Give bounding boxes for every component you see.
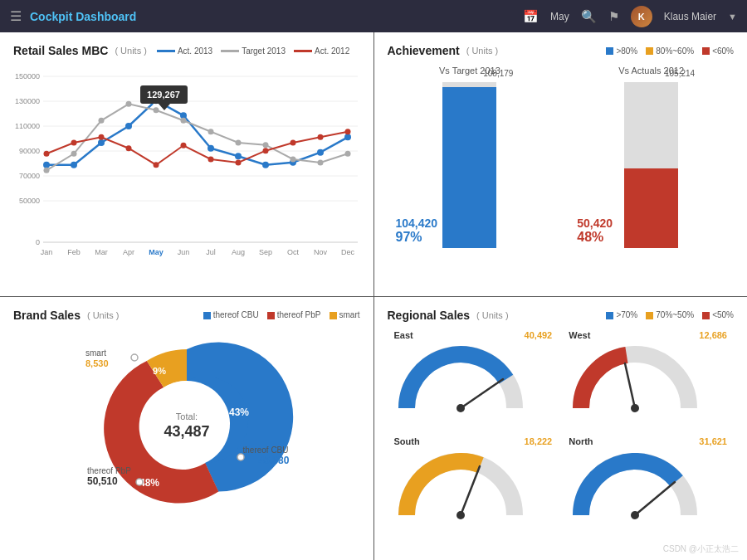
ach-target-actual-val: 104,420 bbox=[396, 217, 438, 230]
label-smart-name: smart bbox=[85, 348, 106, 358]
achievement-header: Achievement ( Units ) >80% 80%~60% <60% bbox=[388, 44, 735, 57]
legend-act2013: Act. 2013 bbox=[157, 46, 212, 56]
dot-act2013-dec bbox=[344, 134, 351, 140]
svg-text:Sep: Sep bbox=[259, 248, 272, 256]
gauge-west-val: 12,686 bbox=[699, 330, 727, 340]
gauge-south-header: South 18,222 bbox=[394, 436, 553, 446]
svg-text:Apr: Apr bbox=[123, 248, 134, 256]
gauge-east-header: East 40,492 bbox=[394, 330, 553, 340]
chevron-down-icon[interactable]: ▼ bbox=[728, 12, 737, 22]
avatar: K bbox=[631, 6, 652, 27]
retail-sales-header: Retail Sales MBC ( Units ) Act. 2013 Tar… bbox=[13, 44, 360, 57]
gauge-needle-east bbox=[461, 379, 503, 408]
dot-target-oct bbox=[290, 157, 296, 163]
brand-legend: thereof CBU thereof PbP smart bbox=[203, 310, 360, 319]
gauges-grid: East 40,492 bbox=[388, 327, 735, 538]
svg-text:110000: 110000 bbox=[15, 122, 40, 130]
dot-2012-jan bbox=[44, 151, 50, 157]
dot-2012-apr bbox=[126, 145, 132, 151]
dot-2012-jun bbox=[181, 143, 187, 149]
svg-text:May: May bbox=[149, 248, 164, 256]
donut-total-label: Total: bbox=[176, 411, 198, 421]
gauge-needle-west bbox=[625, 363, 635, 408]
dashboard-grid: Retail Sales MBC ( Units ) Act. 2013 Tar… bbox=[0, 32, 747, 560]
ach-target-subtitle: Vs Target 2013 bbox=[388, 66, 553, 75]
svg-text:Jan: Jan bbox=[41, 248, 53, 256]
dot-target-may bbox=[154, 107, 159, 113]
svg-text:70000: 70000 bbox=[19, 172, 40, 180]
svg-text:150000: 150000 bbox=[15, 72, 40, 80]
legend-50-70: 70%~50% bbox=[646, 310, 694, 319]
label-connector-smart bbox=[131, 354, 138, 361]
gauge-north-val: 31,621 bbox=[699, 436, 727, 446]
legend-60-80: 80%~60% bbox=[646, 46, 694, 56]
svg-text:0: 0 bbox=[36, 238, 40, 246]
retail-sales-units: ( Units ) bbox=[115, 46, 147, 56]
dot-act2013-jul bbox=[208, 145, 214, 152]
search-icon[interactable]: 🔍 bbox=[581, 9, 597, 24]
dot-act2013-sep bbox=[262, 162, 269, 168]
gauge-west-svg bbox=[569, 346, 701, 421]
retail-sales-panel: Retail Sales MBC ( Units ) Act. 2013 Tar… bbox=[0, 32, 374, 296]
legend-act2012: Act. 2012 bbox=[294, 46, 349, 56]
achievement-content: Vs Target 2013 108,179 104,420 97% bbox=[388, 66, 735, 248]
gauge-east: East 40,492 bbox=[388, 327, 559, 431]
gauge-north-name: North bbox=[569, 436, 593, 446]
dot-target-apr bbox=[126, 101, 132, 107]
dot-2012-aug bbox=[236, 160, 242, 166]
legend-pbp: thereof PbP bbox=[267, 310, 321, 319]
flag-icon[interactable]: ⚑ bbox=[608, 9, 619, 24]
legend-target2013: Target 2013 bbox=[221, 46, 286, 56]
regional-sales-header: Regional Sales ( Units ) >70% 70%~50% <5… bbox=[388, 309, 735, 322]
gauge-south-svg bbox=[394, 453, 527, 528]
donut-total-val: 43,487 bbox=[164, 423, 209, 440]
regional-sales-panel: Regional Sales ( Units ) >70% 70%~50% <5… bbox=[374, 297, 748, 561]
dot-act2013-aug bbox=[235, 153, 242, 159]
label-connector-cbu bbox=[237, 454, 244, 460]
legend-gt70: >70% bbox=[606, 310, 637, 319]
gauge-fill-east bbox=[407, 354, 506, 408]
gauge-east-name: East bbox=[394, 330, 413, 340]
dot-target-nov bbox=[318, 160, 324, 166]
dot-2012-jul bbox=[208, 157, 214, 163]
ach-actuals-val: 50,420 bbox=[577, 217, 613, 230]
nav-right: 📅 May 🔍 ⚑ K Klaus Maier ▼ bbox=[523, 6, 737, 27]
menu-icon[interactable]: ☰ bbox=[10, 8, 22, 24]
gauge-fill-west bbox=[581, 355, 627, 408]
label-pbp-name: thereof PbP bbox=[87, 466, 131, 475]
svg-text:Jun: Jun bbox=[178, 248, 190, 256]
ach-actuals-pct: 48% bbox=[577, 230, 613, 245]
donut-chart-svg: Total: 43,487 43% 48% 9% smart 8,530 bbox=[71, 333, 303, 515]
label-connector-pbp bbox=[136, 479, 143, 485]
legend-lt50: <50% bbox=[702, 310, 734, 319]
retail-sales-legend: Act. 2013 Target 2013 Act. 2012 bbox=[157, 46, 349, 56]
gauge-west-name: West bbox=[569, 330, 590, 340]
achievement-legend: >80% 80%~60% <60% bbox=[606, 46, 734, 56]
line-chart-area: 150000 130000 110000 90000 70000 50000 0 bbox=[13, 64, 360, 279]
ach-actuals-subtitle: Vs Actuals 2012 bbox=[569, 66, 734, 75]
ach-vs-actuals: Vs Actuals 2012 105,214 50,420 48% bbox=[569, 66, 734, 248]
dot-target-jan bbox=[44, 168, 50, 173]
dot-target-jun bbox=[181, 118, 187, 124]
gauge-needle-north bbox=[635, 482, 675, 515]
label-cbu-val: 45,380 bbox=[258, 455, 289, 466]
seg-pct-smart: 9% bbox=[153, 366, 166, 376]
gauge-south-val: 18,222 bbox=[525, 436, 553, 446]
brand-sales-panel: Brand Sales ( Units ) thereof CBU thereo… bbox=[0, 297, 374, 561]
gauge-south: South 18,222 bbox=[388, 433, 559, 537]
gauge-pivot-north bbox=[631, 511, 639, 519]
achievement-panel: Achievement ( Units ) >80% 80%~60% <60% … bbox=[374, 32, 748, 296]
retail-sales-title: Retail Sales MBC bbox=[13, 44, 108, 57]
legend-cbu: thereof CBU bbox=[203, 310, 259, 319]
brand-sales-title: Brand Sales bbox=[13, 309, 81, 322]
svg-text:130000: 130000 bbox=[15, 97, 40, 105]
gauge-north: North 31,621 bbox=[562, 433, 734, 537]
legend-smart: smart bbox=[330, 310, 360, 319]
svg-text:Jul: Jul bbox=[206, 248, 216, 256]
tooltip-text: 129,267 bbox=[147, 90, 180, 100]
topnav: ☰ Cockpit Dashboard 📅 May 🔍 ⚑ K Klaus Ma… bbox=[0, 0, 747, 32]
svg-text:Mar: Mar bbox=[95, 248, 108, 256]
svg-text:50000: 50000 bbox=[19, 197, 40, 205]
legend-lt60: <60% bbox=[702, 46, 734, 56]
gauge-fill-south bbox=[407, 461, 481, 515]
